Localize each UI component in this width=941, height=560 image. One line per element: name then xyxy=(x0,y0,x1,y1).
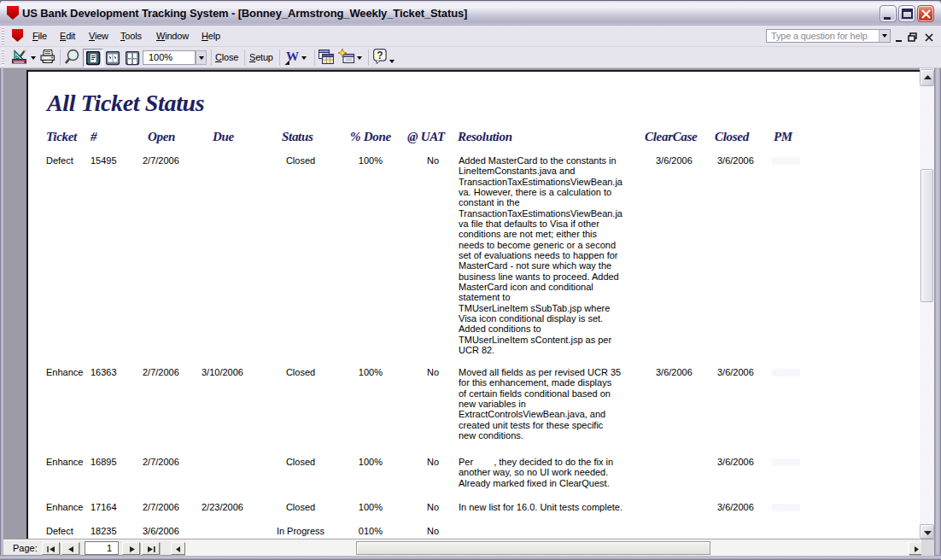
svg-text:?: ? xyxy=(377,50,383,61)
